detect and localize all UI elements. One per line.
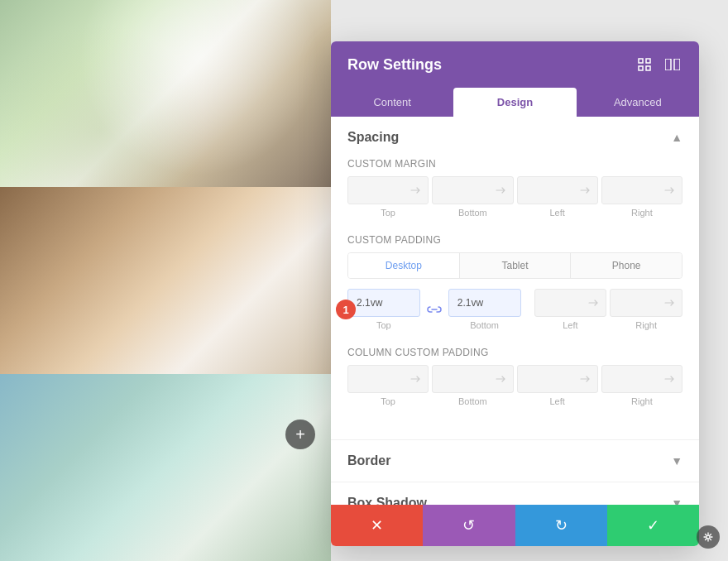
device-tab-tablet[interactable]: Tablet (460, 253, 572, 278)
panel-title: Row Settings (347, 56, 442, 74)
margin-right-label: Right (631, 208, 653, 218)
padding-top-input[interactable]: 2.1vw (347, 289, 420, 317)
margin-right-input[interactable] (601, 176, 682, 204)
col-padding-left-input[interactable] (517, 365, 598, 393)
spacing-section-header[interactable]: Spacing ▲ (331, 117, 699, 158)
tab-design[interactable]: Design (453, 88, 576, 117)
margin-left-input[interactable] (517, 176, 598, 204)
tab-content[interactable]: Content (331, 88, 453, 117)
spacing-section-title: Spacing (347, 130, 399, 145)
border-section: Border ▼ (331, 440, 699, 482)
padding-link-icon[interactable] (424, 289, 445, 330)
border-section-title: Border (347, 453, 390, 468)
svg-rect-5 (674, 59, 680, 70)
device-tabs: Desktop Tablet Phone (347, 252, 682, 279)
column-padding-input-row: Top Bottom Left (347, 365, 682, 406)
device-tab-phone[interactable]: Phone (571, 253, 682, 278)
margin-top-input[interactable] (347, 176, 429, 204)
photo-3 (0, 374, 331, 561)
padding-right-cell: Right (610, 289, 682, 330)
fullscreen-icon[interactable] (635, 55, 654, 74)
photo-1 (0, 0, 331, 187)
confirm-button[interactable]: ✓ (607, 505, 699, 546)
svg-rect-1 (646, 59, 650, 63)
svg-rect-0 (639, 59, 643, 63)
custom-margin-group: Custom Margin Top Bottom (347, 158, 682, 218)
padding-bottom-cell: 2.1vw Bottom (448, 289, 521, 330)
padding-left-cell: Left (534, 289, 607, 330)
spacing-section-content: Custom Margin Top Bottom (331, 158, 699, 439)
padding-top-label: Top (376, 320, 391, 330)
box-shadow-section-title: Box Shadow (347, 496, 427, 505)
border-section-header[interactable]: Border ▼ (331, 440, 699, 482)
padding-input-row: 2.1vw Top 2.1vw (347, 289, 682, 330)
undo-button[interactable]: ↺ (423, 505, 515, 546)
col-padding-bottom-cell: Bottom (432, 365, 513, 406)
padding-right-input[interactable] (610, 289, 682, 317)
col-padding-left-cell: Left (517, 365, 598, 406)
svg-rect-4 (665, 59, 671, 70)
panel-body[interactable]: Spacing ▲ Custom Margin Top (331, 117, 699, 505)
col-padding-bottom-label: Bottom (458, 396, 487, 406)
padding-bottom-input[interactable]: 2.1vw (448, 289, 521, 317)
margin-top-label: Top (381, 208, 395, 218)
corner-settings-icon[interactable] (697, 525, 720, 549)
panel-header: Row Settings (331, 41, 699, 88)
spacing-collapse-icon: ▲ (671, 131, 682, 144)
col-padding-top-cell: Top (347, 365, 429, 406)
svg-rect-2 (639, 66, 643, 70)
tab-advanced[interactable]: Advanced (577, 88, 699, 117)
box-shadow-section-header[interactable]: Box Shadow ▼ (331, 482, 699, 505)
cancel-button[interactable]: ✕ (331, 505, 423, 546)
margin-left-cell: Left (517, 176, 598, 218)
custom-margin-label: Custom Margin (347, 158, 682, 170)
col-padding-right-label: Right (631, 396, 653, 406)
custom-padding-group: Custom Padding Desktop Tablet Phone 1 (347, 234, 682, 330)
redo-button[interactable]: ↻ (515, 505, 607, 546)
custom-padding-label: Custom Padding (347, 234, 682, 246)
box-shadow-collapse-icon: ▼ (671, 496, 682, 505)
margin-input-row: Top Bottom Left (347, 176, 682, 218)
step-badge: 1 (336, 300, 356, 319)
columns-icon[interactable] (663, 55, 682, 74)
margin-right-cell: Right (601, 176, 682, 218)
padding-left-input[interactable] (534, 289, 607, 317)
border-collapse-icon: ▼ (671, 454, 682, 468)
margin-bottom-cell: Bottom (432, 176, 513, 218)
spacing-section: Spacing ▲ Custom Margin Top (331, 117, 699, 440)
margin-top-cell: Top (347, 176, 429, 218)
background-photos (0, 0, 331, 561)
padding-top-cell: 2.1vw Top (347, 289, 420, 330)
row-settings-panel: Row Settings Content Design Advanced (331, 41, 699, 546)
col-padding-right-cell: Right (601, 365, 682, 406)
panel-footer: ✕ ↺ ↻ ✓ (331, 505, 699, 546)
col-padding-left-label: Left (549, 396, 564, 406)
svg-point-6 (706, 535, 710, 539)
device-tab-desktop[interactable]: Desktop (348, 253, 460, 278)
col-padding-top-label: Top (381, 396, 395, 406)
padding-top-value: 2.1vw (357, 297, 382, 309)
padding-row-wrapper: 1 2.1vw Top (347, 289, 682, 330)
add-row-button[interactable]: + (285, 420, 315, 449)
col-padding-bottom-input[interactable] (432, 365, 513, 393)
column-custom-padding-label: Column Custom Padding (347, 347, 682, 358)
tab-bar: Content Design Advanced (331, 88, 699, 117)
col-padding-top-input[interactable] (347, 365, 429, 393)
box-shadow-section: Box Shadow ▼ (331, 482, 699, 505)
margin-left-label: Left (549, 208, 564, 218)
padding-bottom-label: Bottom (470, 320, 499, 330)
margin-bottom-label: Bottom (458, 208, 487, 218)
col-padding-right-input[interactable] (601, 365, 682, 393)
svg-rect-3 (646, 66, 650, 70)
padding-bottom-value: 2.1vw (457, 297, 483, 309)
padding-right-label: Right (635, 320, 657, 330)
photo-2 (0, 187, 331, 374)
margin-bottom-input[interactable] (432, 176, 513, 204)
padding-left-label: Left (563, 320, 577, 330)
column-custom-padding-group: Column Custom Padding Top Bo (347, 347, 682, 406)
header-icons (635, 55, 682, 74)
